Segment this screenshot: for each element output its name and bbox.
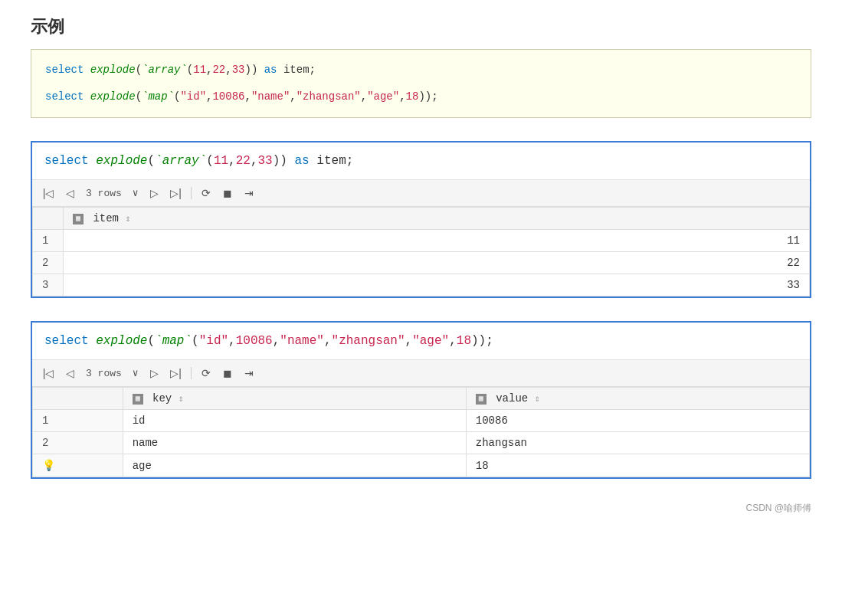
query-line-1: select explode(`array`(11,22,33)) as ite… bbox=[32, 143, 810, 180]
cell-item-3: 33 bbox=[64, 274, 810, 297]
cell-value-3: 18 bbox=[466, 454, 809, 477]
row-num: 2 bbox=[33, 252, 64, 274]
cell-value-1: 10086 bbox=[466, 410, 809, 432]
rows-chevron-1[interactable]: ∨ bbox=[129, 187, 142, 199]
row-num: 1 bbox=[33, 410, 123, 432]
bt-map: `map` bbox=[142, 90, 174, 103]
table-row: 💡 age 18 bbox=[33, 454, 810, 477]
next-page-btn-2[interactable]: ▷ bbox=[146, 365, 163, 382]
result-table-1: ▦ item ⇕ 1 11 2 22 3 33 bbox=[32, 207, 810, 297]
sort-icon-item[interactable]: ⇕ bbox=[125, 214, 130, 224]
rows-chevron-2[interactable]: ∨ bbox=[129, 367, 142, 379]
divider-2 bbox=[191, 367, 192, 379]
th-item: ▦ item ⇕ bbox=[64, 208, 810, 230]
col-icon-value: ▦ bbox=[476, 394, 487, 405]
preview-line-1: select explode(`array`(11,22,33)) as ite… bbox=[45, 61, 797, 80]
cell-key-2: name bbox=[123, 432, 466, 454]
row-num: 3 bbox=[33, 274, 64, 297]
result-table-2: ▦ key ⇕ ▦ value ⇕ 1 id 10086 2 name z bbox=[32, 387, 810, 477]
rows-count-2: 3 rows bbox=[83, 368, 125, 379]
refresh-btn-1[interactable]: ⟳ bbox=[198, 185, 215, 202]
stop-btn-2[interactable]: ◼ bbox=[219, 365, 236, 382]
last-page-btn[interactable]: ▷| bbox=[168, 185, 185, 202]
table-row: 3 33 bbox=[33, 274, 810, 297]
divider-1 bbox=[191, 187, 192, 199]
toolbar-2: |◁ ◁ 3 rows ∨ ▷ ▷| ⟳ ◼ ⇥ bbox=[32, 360, 810, 387]
kw-select-2: select bbox=[45, 90, 90, 103]
toolbar-1: |◁ ◁ 3 rows ∨ ▷ ▷| ⟳ ◼ ⇥ bbox=[32, 180, 810, 207]
col-icon-item: ▦ bbox=[73, 214, 84, 224]
preview-line-2: select explode(`map`("id",10086,"name","… bbox=[45, 87, 797, 106]
lightbulb-icon: 💡 bbox=[42, 460, 55, 472]
stop-btn-1[interactable]: ◼ bbox=[219, 185, 236, 202]
export-btn-1[interactable]: ⇥ bbox=[241, 185, 257, 202]
result-panel-1: select explode(`array`(11,22,33)) as ite… bbox=[31, 141, 811, 298]
cell-value-2: zhangsan bbox=[466, 432, 809, 454]
first-page-btn-2[interactable]: |◁ bbox=[40, 365, 57, 382]
cell-key-3: age bbox=[123, 454, 466, 477]
table-row: 2 22 bbox=[33, 252, 810, 274]
row-num: 💡 bbox=[33, 454, 123, 477]
row-num: 1 bbox=[33, 230, 64, 252]
sort-icon-value[interactable]: ⇕ bbox=[535, 394, 540, 405]
query-line-2: select explode(`map`("id",10086,"name","… bbox=[32, 323, 810, 360]
th-key: ▦ key ⇕ bbox=[123, 388, 466, 410]
result-panel-2: select explode(`map`("id",10086,"name","… bbox=[31, 321, 811, 479]
table-row: 1 id 10086 bbox=[33, 410, 810, 432]
last-page-btn-2[interactable]: ▷| bbox=[168, 365, 185, 382]
kw-as-1: as bbox=[264, 64, 277, 76]
first-page-btn[interactable]: |◁ bbox=[40, 185, 57, 202]
cell-key-1: id bbox=[123, 410, 466, 432]
col-icon-key: ▦ bbox=[133, 394, 143, 405]
code-preview-box: select explode(`array`(11,22,33)) as ite… bbox=[31, 49, 811, 118]
export-btn-2[interactable]: ⇥ bbox=[241, 365, 257, 382]
prev-page-btn-2[interactable]: ◁ bbox=[61, 365, 78, 382]
cell-item-1: 11 bbox=[64, 230, 810, 252]
fn-explode-2: explode bbox=[90, 90, 136, 103]
next-page-btn[interactable]: ▷ bbox=[146, 185, 163, 202]
th-rownum-2 bbox=[33, 388, 123, 410]
kw-select-1: select bbox=[45, 64, 90, 76]
sort-icon-key[interactable]: ⇕ bbox=[179, 394, 184, 405]
row-num: 2 bbox=[33, 432, 123, 454]
rows-count-1: 3 rows bbox=[83, 188, 125, 199]
table-row: 1 11 bbox=[33, 230, 810, 252]
prev-page-btn[interactable]: ◁ bbox=[61, 185, 78, 202]
bt-array: `array` bbox=[142, 64, 187, 76]
refresh-btn-2[interactable]: ⟳ bbox=[198, 365, 215, 382]
page-title: 示例 bbox=[31, 15, 811, 38]
table-row: 2 name zhangsan bbox=[33, 432, 810, 454]
fn-explode-1: explode bbox=[90, 64, 136, 76]
th-value: ▦ value ⇕ bbox=[466, 388, 809, 410]
footer: CSDN @喻师傅 bbox=[31, 502, 811, 515]
th-rownum-1 bbox=[33, 208, 64, 230]
cell-item-2: 22 bbox=[64, 252, 810, 274]
